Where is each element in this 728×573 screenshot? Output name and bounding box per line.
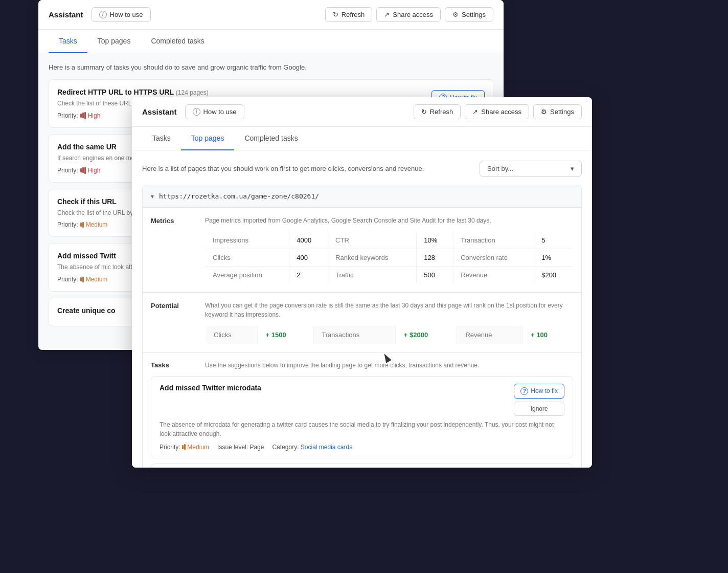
metrics-row-1: Impressions 4000 CTR 10% Transaction 5 bbox=[206, 232, 573, 249]
metric-conversion-label: Conversion rate bbox=[453, 249, 534, 267]
fg-summary: Here is a list of pages that you should … bbox=[142, 165, 424, 172]
foreground-window: Assistant i How to use ↻ Refresh ↗ Share… bbox=[132, 97, 592, 468]
fg-task-item-1-actions: ? How to fix Ignore bbox=[514, 384, 564, 416]
fg-settings-button[interactable]: ⚙ Settings bbox=[533, 104, 582, 119]
metric-ranked-label: Ranked keywords bbox=[328, 249, 417, 267]
refresh-icon: ↻ bbox=[333, 11, 338, 18]
fg-share-icon: ↗ bbox=[472, 108, 478, 116]
help-icon: i bbox=[99, 11, 107, 18]
settings-icon: ⚙ bbox=[452, 11, 459, 18]
metric-clicks-label: Clicks bbox=[206, 249, 289, 267]
fg-share-label: Share access bbox=[481, 108, 521, 116]
metric-impressions-value: 4000 bbox=[289, 232, 328, 249]
potential-transactions-label: Transactions bbox=[313, 326, 396, 344]
fix-help-icon: ? bbox=[520, 387, 528, 395]
bg-tab-tasks[interactable]: Tasks bbox=[49, 30, 87, 53]
bg-share-button[interactable]: ↗ Share access bbox=[376, 7, 441, 22]
fg-how-to-use-button[interactable]: i How to use bbox=[185, 104, 244, 119]
metric-ranked-value: 128 bbox=[417, 249, 453, 267]
bg-share-label: Share access bbox=[393, 11, 433, 18]
bg-task-1-title: Redirect HTTP URL to HTTPS URL (124 page… bbox=[57, 88, 209, 96]
potential-clicks-label: Clicks bbox=[206, 326, 258, 344]
fg-content: Here is a list of pages that you should … bbox=[132, 150, 592, 468]
bg-how-to-use-button[interactable]: i How to use bbox=[92, 7, 151, 22]
priority-medium-icon-2 bbox=[80, 277, 84, 282]
fg-task-1-priority: Priority: Medium bbox=[160, 444, 209, 451]
bg-settings-label: Settings bbox=[462, 11, 486, 18]
sort-dropdown[interactable]: Sort by... ▾ bbox=[480, 161, 582, 177]
priority-high-icon bbox=[80, 112, 86, 119]
fg-tab-tasks[interactable]: Tasks bbox=[142, 127, 181, 150]
fg-window-header: Assistant i How to use ↻ Refresh ↗ Share… bbox=[132, 97, 592, 127]
bg-settings-button[interactable]: ⚙ Settings bbox=[445, 7, 493, 22]
fg-share-button[interactable]: ↗ Share access bbox=[465, 104, 529, 119]
potential-clicks-value: + 1500 bbox=[257, 326, 313, 344]
fg-task-item-1: Add missed Twitter microdata ? How to fi… bbox=[151, 376, 573, 458]
potential-content: What you can get if the page conversion … bbox=[205, 301, 573, 344]
fg-window-left: Assistant i How to use bbox=[142, 104, 244, 119]
bg-tab-top-pages[interactable]: Top pages bbox=[87, 30, 141, 53]
potential-desc: What you can get if the page conversion … bbox=[205, 301, 573, 319]
fg-tabs: Tasks Top pages Completed tasks bbox=[132, 127, 592, 150]
fg-refresh-label: Refresh bbox=[430, 108, 453, 116]
potential-table: Clicks + 1500 Transactions + $2000 Reven… bbox=[205, 325, 573, 344]
fg-top-bar: Here is a list of pages that you should … bbox=[142, 161, 582, 177]
bg-window-right: ↻ Refresh ↗ Share access ⚙ Settings bbox=[325, 7, 493, 22]
fg-task-item-1-header: Add missed Twitter microdata ? How to fi… bbox=[160, 384, 564, 416]
metric-avgpos-label: Average position bbox=[206, 267, 289, 284]
metric-ctr-value: 10% bbox=[417, 232, 453, 249]
bg-tab-completed-tasks[interactable]: Completed tasks bbox=[141, 30, 214, 53]
potential-revenue-label: Revenue bbox=[457, 326, 522, 344]
fg-task-1-fix-label: How to fix bbox=[531, 387, 558, 394]
potential-revenue-value: + 100 bbox=[522, 326, 573, 344]
fg-settings-label: Settings bbox=[550, 108, 574, 116]
metrics-content: Page metrics imported from Google Analyt… bbox=[205, 216, 573, 284]
metric-transaction-label: Transaction bbox=[453, 232, 534, 249]
metric-revenue-label: Revenue bbox=[453, 267, 534, 284]
cursor bbox=[383, 353, 394, 363]
expand-chevron-icon[interactable]: ▾ bbox=[151, 193, 154, 200]
metric-conversion-value: 1% bbox=[534, 249, 573, 267]
metric-transaction-value: 5 bbox=[534, 232, 573, 249]
tasks-section-desc: Use the suggestions below to improve the… bbox=[205, 361, 479, 370]
fg-app-title: Assistant bbox=[142, 107, 177, 116]
metrics-row-3: Average position 2 Traffic 500 Revenue $… bbox=[206, 267, 573, 284]
fg-tab-top-pages[interactable]: Top pages bbox=[181, 127, 235, 150]
metric-ctr-label: CTR bbox=[328, 232, 417, 249]
fg-task-item-1-desc: The absence of microdata for generating … bbox=[160, 420, 564, 438]
page-section: ▾ https://rozetka.com.ua/game-zone/c8026… bbox=[142, 185, 582, 468]
metric-traffic-label: Traffic bbox=[328, 267, 417, 284]
fg-task-1-issue-level: Issue level: Page bbox=[217, 444, 264, 451]
metrics-section: Metrics Page metrics imported from Googl… bbox=[143, 208, 581, 293]
bg-window-left: Assistant i How to use bbox=[49, 7, 151, 22]
task-1-priority-icon bbox=[182, 444, 186, 450]
priority-high-icon-2 bbox=[80, 167, 86, 174]
fg-task-1-how-to-fix-button[interactable]: ? How to fix bbox=[514, 384, 564, 399]
fg-tab-completed-tasks[interactable]: Completed tasks bbox=[234, 127, 308, 150]
bg-refresh-button[interactable]: ↻ Refresh bbox=[325, 7, 373, 22]
potential-transactions-value: + $2000 bbox=[395, 326, 457, 344]
page-url-row[interactable]: ▾ https://rozetka.com.ua/game-zone/c8026… bbox=[143, 185, 581, 208]
potential-row-1: Clicks + 1500 Transactions + $2000 Reven… bbox=[206, 326, 573, 344]
bg-app-title: Assistant bbox=[49, 10, 83, 19]
fg-settings-icon: ⚙ bbox=[541, 108, 547, 116]
fg-refresh-button[interactable]: ↻ Refresh bbox=[414, 104, 461, 119]
potential-section: Potential What you can get if the page c… bbox=[143, 293, 581, 353]
fg-window-right: ↻ Refresh ↗ Share access ⚙ Settings bbox=[414, 104, 582, 119]
bg-window-header: Assistant i How to use ↻ Refresh ↗ Share… bbox=[38, 0, 504, 30]
metrics-desc: Page metrics imported from Google Analyt… bbox=[205, 216, 573, 225]
fg-task-1-ignore-button[interactable]: Ignore bbox=[514, 402, 564, 416]
fg-help-icon: i bbox=[193, 108, 200, 116]
metrics-row-2: Clicks 400 Ranked keywords 128 Conversio… bbox=[206, 249, 573, 267]
fg-task-item-2: Add the same URL to Open Graph tag and c… bbox=[151, 464, 573, 468]
fg-how-to-use-label: How to use bbox=[203, 108, 237, 116]
bg-task-1-count: (124 pages) bbox=[176, 89, 209, 96]
metric-avgpos-value: 2 bbox=[289, 267, 328, 284]
metrics-label: Metrics bbox=[151, 216, 197, 225]
tasks-row-header: Tasks Use the suggestions below to impro… bbox=[151, 361, 573, 370]
fg-task-1-category: Category: Social media cards bbox=[272, 444, 352, 451]
fg-task-1-ignore-label: Ignore bbox=[531, 405, 548, 412]
metric-clicks-value: 400 bbox=[289, 249, 328, 267]
page-tasks-section: Tasks Use the suggestions below to impro… bbox=[143, 353, 581, 468]
sort-label: Sort by... bbox=[487, 165, 513, 172]
